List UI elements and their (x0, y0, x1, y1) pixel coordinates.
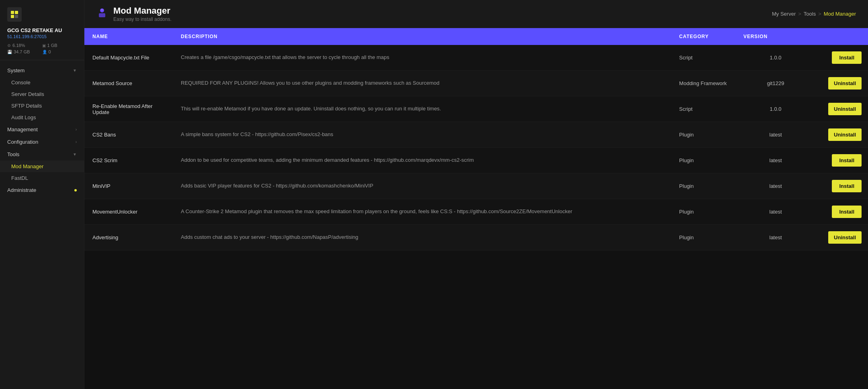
sidebar-item-sftp-details[interactable]: SFTP Details (0, 100, 84, 112)
sidebar-section-configuration[interactable]: Configuration › (0, 136, 84, 148)
col-header-description: DESCRIPTION (173, 28, 671, 45)
table-row: MiniVIP Adds basic VIP player features f… (84, 173, 868, 199)
row-version: latest (735, 122, 816, 148)
uninstall-button[interactable]: Uninstall (828, 77, 862, 90)
sidebar-section-management[interactable]: Management › (0, 123, 84, 136)
row-category: Plugin (671, 199, 735, 225)
system-chevron-icon: ▼ (73, 68, 77, 73)
page-title: Mod Manager (113, 6, 172, 16)
sidebar-item-mod-manager[interactable]: Mod Manager (0, 161, 84, 172)
table-header-row: NAME DESCRIPTION CATEGORY VERSION (84, 28, 868, 45)
breadcrumb-sep-2: > (818, 11, 821, 17)
players-value: 0 (49, 49, 51, 54)
server-stats: ⚙ 6.18% ▣ 1 GB 💾 34.7 GB 👤 0 (7, 43, 77, 54)
col-header-action (816, 28, 868, 45)
app-logo (7, 7, 22, 22)
row-description: A simple bans system for CS2 - https://g… (173, 122, 671, 148)
row-version: latest (735, 225, 816, 251)
sidebar-item-console[interactable]: Console (0, 77, 84, 88)
disk-stat: 💾 34.7 GB (7, 49, 42, 54)
table-body: Default Mapcycle.txt File Creates a file… (84, 45, 868, 251)
table-row: CS2 Scrim Addon to be used for competiti… (84, 148, 868, 173)
table-row: Metamod Source REQUIRED FOR ANY PLUGINS!… (84, 71, 868, 96)
uninstall-button[interactable]: Uninstall (828, 103, 862, 115)
page-icon (96, 7, 108, 21)
server-ip: 51.161.199.6:27015 (7, 34, 77, 39)
table-row: Advertising Adds custom chat ads to your… (84, 225, 868, 251)
svg-rect-2 (11, 15, 14, 18)
uninstall-button[interactable]: Uninstall (828, 128, 862, 141)
sidebar-section-system[interactable]: System ▼ (0, 64, 84, 77)
table-header: NAME DESCRIPTION CATEGORY VERSION (84, 28, 868, 45)
sidebar-item-fastdl[interactable]: FastDL (0, 172, 84, 184)
row-name: Advertising (84, 225, 173, 251)
sidebar-section-administrate-label: Administrate (7, 187, 36, 193)
svg-rect-3 (15, 15, 18, 18)
page-title-block: Mod Manager Easy way to install addons. (113, 6, 172, 22)
sidebar-item-server-details[interactable]: Server Details (0, 88, 84, 100)
breadcrumb-current: Mod Manager (824, 11, 856, 17)
svg-rect-1 (15, 11, 18, 14)
row-description: REQUIRED FOR ANY PLUGINS! Allows you to … (173, 71, 671, 96)
sidebar-section-tools-label: Tools (7, 151, 19, 157)
row-action: Install (816, 173, 868, 199)
main-area: Mod Manager Easy way to install addons. … (84, 0, 868, 389)
sidebar-nav: System ▼ Console Server Details SFTP Det… (0, 60, 84, 196)
breadcrumb-tools[interactable]: Tools (804, 11, 816, 17)
row-version: latest (735, 173, 816, 199)
col-header-version: VERSION (735, 28, 816, 45)
breadcrumb-my-server[interactable]: My Server (772, 11, 796, 17)
row-description: This will re-enable Metamod if you have … (173, 96, 671, 122)
management-chevron-icon: › (76, 127, 77, 132)
row-name: Re-Enable Metamod After Update (84, 96, 173, 122)
row-category: Modding Framework (671, 71, 735, 96)
row-description: Adds custom chat ads to your server - ht… (173, 225, 671, 251)
row-description: A Counter-Strike 2 Metamod plugin that r… (173, 199, 671, 225)
row-action: Uninstall (816, 122, 868, 148)
row-version: git1229 (735, 71, 816, 96)
ram-icon: ▣ (42, 43, 46, 48)
cpu-value: 6.18% (12, 43, 25, 48)
topbar-left: Mod Manager Easy way to install addons. (96, 6, 172, 22)
sidebar-section-administrate[interactable]: Administrate (0, 184, 84, 196)
sidebar-section-configuration-label: Configuration (7, 139, 38, 145)
row-name: MovementUnlocker (84, 199, 173, 225)
install-button[interactable]: Install (832, 51, 862, 64)
sidebar-section-tools[interactable]: Tools ▼ (0, 148, 84, 161)
table-row: Default Mapcycle.txt File Creates a file… (84, 45, 868, 71)
ram-value: 1 GB (47, 43, 57, 48)
sidebar-item-audit-logs[interactable]: Audit Logs (0, 112, 84, 123)
row-version: latest (735, 199, 816, 225)
uninstall-button[interactable]: Uninstall (828, 231, 862, 244)
install-button[interactable]: Install (832, 154, 862, 167)
table-row: Re-Enable Metamod After Update This will… (84, 96, 868, 122)
install-button[interactable]: Install (832, 206, 862, 218)
ram-stat: ▣ 1 GB (42, 43, 77, 48)
svg-rect-0 (11, 11, 14, 14)
page-subtitle: Easy way to install addons. (113, 16, 172, 22)
row-name: Default Mapcycle.txt File (84, 45, 173, 71)
row-action: Uninstall (816, 96, 868, 122)
install-button[interactable]: Install (832, 180, 862, 192)
row-description: Adds basic VIP player features for CS2 -… (173, 173, 671, 199)
row-category: Script (671, 96, 735, 122)
row-name: MiniVIP (84, 173, 173, 199)
svg-rect-6 (101, 9, 103, 10)
administrate-dot (74, 189, 77, 191)
server-info: GCG CS2 RETAKE AU 51.161.199.6:27015 ⚙ 6… (0, 27, 84, 60)
players-stat: 👤 0 (42, 49, 77, 54)
sidebar: GCG CS2 RETAKE AU 51.161.199.6:27015 ⚙ 6… (0, 0, 84, 389)
row-category: Plugin (671, 225, 735, 251)
disk-value: 34.7 GB (14, 49, 30, 54)
row-version: 1.0.0 (735, 45, 816, 71)
content-area: NAME DESCRIPTION CATEGORY VERSION Defaul… (84, 28, 868, 389)
configuration-chevron-icon: › (76, 140, 77, 144)
row-version: 1.0.0 (735, 96, 816, 122)
cpu-stat: ⚙ 6.18% (7, 43, 42, 48)
row-action: Install (816, 199, 868, 225)
row-category: Plugin (671, 173, 735, 199)
row-category: Plugin (671, 122, 735, 148)
row-category: Script (671, 45, 735, 71)
row-action: Install (816, 148, 868, 173)
table-row: MovementUnlocker A Counter-Strike 2 Meta… (84, 199, 868, 225)
